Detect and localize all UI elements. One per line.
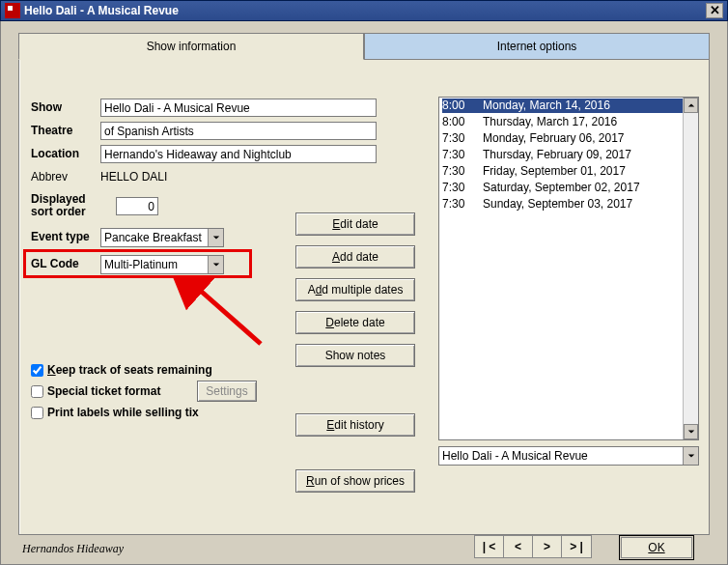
edit-date-button[interactable]: Edit date [295,212,415,236]
arrow-annotation [164,276,280,353]
nav-last-button[interactable]: > | [562,536,591,557]
tab-show-information[interactable]: Show information [18,33,364,60]
label-theatre: Theatre [31,124,72,137]
tab-internet-options[interactable]: Internet options [364,33,710,60]
keep-seats-input[interactable] [31,364,43,377]
chevron-down-icon [208,229,223,246]
edit-history-button[interactable]: Edit history [295,413,415,437]
delete-date-button[interactable]: Delete date [295,311,415,334]
close-button[interactable]: ✕ [706,3,723,18]
tab-strip: Show information Internet options [18,33,710,60]
main-frame: Show information Internet options Show T… [18,33,710,535]
label-location: Location [31,147,79,160]
location-input[interactable] [100,145,377,163]
show-select-value: Hello Dali - A Musical Revue [439,449,683,463]
label-sort-order: Displayed sort order [31,193,98,218]
add-multiple-dates-button[interactable]: Add multiple dates [295,278,415,301]
status-text: Hernandos Hideaway [22,542,124,556]
special-ticket-input[interactable] [31,385,43,398]
chevron-down-icon [683,447,698,465]
nav-prev-button[interactable]: < [504,536,533,557]
print-labels-input[interactable] [31,407,43,419]
event-type-value: Pancake Breakfast [101,231,208,244]
date-row[interactable]: 7:30Monday, February 06, 2017 [439,130,698,147]
theatre-input[interactable] [100,122,377,140]
abbrev-value: HELLO DALI [100,170,167,184]
date-row[interactable]: 7:30Saturday, September 02, 2017 [439,180,698,196]
special-ticket-checkbox[interactable]: Special ticket format [31,384,160,398]
show-select-combo[interactable]: Hello Dali - A Musical Revue [438,446,699,466]
ok-button[interactable]: OK [619,535,694,560]
window-title: Hello Dali - A Musical Revue [24,0,179,21]
record-nav: | < < > > | [474,535,592,558]
scroll-down-icon[interactable] [684,424,698,439]
print-labels-checkbox[interactable]: Print labels while selling tix [31,406,199,419]
add-date-button[interactable]: Add date [295,245,415,268]
scrollbar[interactable] [683,98,698,439]
sort-order-input[interactable] [116,197,158,215]
date-row[interactable]: 8:00Thursday, March 17, 2016 [439,114,698,130]
date-row[interactable]: 7:30Friday, September 01, 2017 [439,163,698,180]
title-bar: Hello Dali - A Musical Revue ✕ [0,0,728,21]
highlight-annotation [23,249,252,278]
label-abbrev: Abbrev [31,170,68,184]
run-of-show-prices-button[interactable]: Run of show prices [295,469,415,493]
date-row[interactable]: 7:30Sunday, September 03, 2017 [439,196,698,212]
date-row[interactable]: 8:00Monday, March 14, 2016 [439,98,698,114]
keep-seats-checkbox[interactable]: Keep track of seats remaining [31,363,212,377]
settings-button: Settings [197,381,257,402]
app-icon [5,3,20,18]
client-area: Show information Internet options Show T… [0,21,728,565]
svg-line-0 [195,286,261,344]
show-input[interactable] [100,99,377,117]
tab-body: Show Theatre Location Abbrev HELLO DALI … [19,60,709,534]
label-event-type: Event type [31,230,90,243]
label-show: Show [31,100,62,114]
date-row[interactable]: 7:30Thursday, February 09, 2017 [439,147,698,163]
event-type-combo[interactable]: Pancake Breakfast [100,228,224,247]
nav-first-button[interactable]: | < [475,536,504,557]
nav-next-button[interactable]: > [533,536,562,557]
show-notes-button[interactable]: Show notes [295,344,415,367]
dates-listbox[interactable]: 8:00Monday, March 14, 20168:00Thursday, … [438,97,699,440]
scroll-up-icon[interactable] [684,98,698,113]
